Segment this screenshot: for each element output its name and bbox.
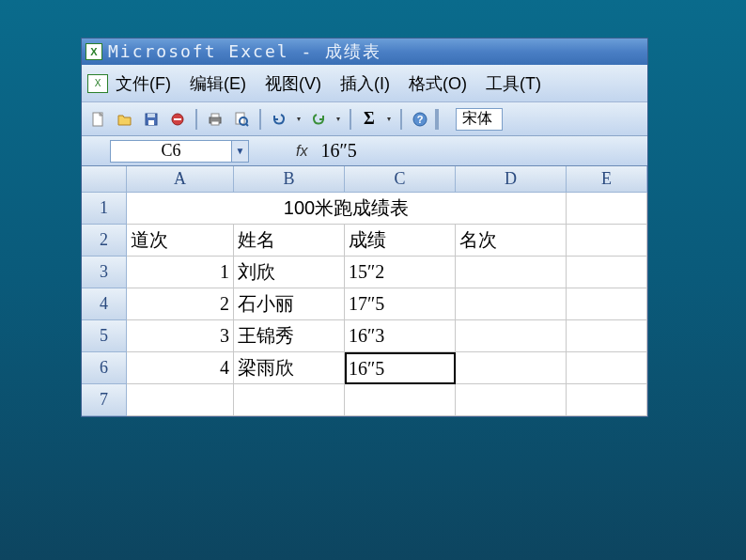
col-header-B[interactable]: B: [234, 166, 345, 193]
cell[interactable]: 姓名: [234, 225, 345, 257]
name-box[interactable]: C6: [110, 140, 232, 163]
help-icon: ?: [412, 111, 428, 128]
fx-label[interactable]: fx: [296, 143, 307, 160]
help-button[interactable]: ?: [409, 108, 431, 131]
cell[interactable]: 道次: [127, 225, 234, 257]
sheet-title-cell[interactable]: 100米跑成绩表: [127, 193, 567, 225]
autosum-dropdown[interactable]: ▾: [384, 109, 394, 130]
svg-text:?: ?: [417, 114, 424, 125]
cell[interactable]: [456, 320, 567, 352]
formula-bar: C6 ▼ fx 16″5: [82, 136, 647, 166]
toolbar-handle[interactable]: [435, 109, 439, 130]
row-header-2[interactable]: 2: [82, 225, 127, 257]
worksheet: 1 2 3 4 5 6 7 A B C D E 100米跑成绩表 道次: [82, 166, 647, 416]
row-header-1[interactable]: 1: [82, 193, 127, 225]
table-row: 3 王锦秀 16″3: [127, 320, 647, 352]
cell[interactable]: [456, 384, 567, 416]
window-title: Microsoft Excel - 成绩表: [108, 40, 381, 63]
cell[interactable]: 2: [127, 288, 234, 320]
undo-button[interactable]: [268, 108, 290, 131]
cell[interactable]: [567, 288, 647, 320]
excel-app-icon: X: [85, 43, 102, 60]
autosum-button[interactable]: Σ: [358, 108, 381, 131]
toolbar-separator: [400, 109, 402, 130]
cell[interactable]: [567, 384, 647, 416]
cell[interactable]: 梁雨欣: [234, 352, 345, 384]
formula-value[interactable]: 16″5: [320, 140, 356, 162]
cell[interactable]: 16″3: [345, 320, 456, 352]
cell[interactable]: [345, 384, 456, 416]
cell[interactable]: 成绩: [345, 225, 456, 257]
cell[interactable]: 17″5: [345, 288, 456, 320]
cell[interactable]: 石小丽: [234, 288, 345, 320]
magnifier-page-icon: [233, 111, 250, 128]
table-row: 1 刘欣 15″2: [127, 257, 647, 288]
redo-icon: [310, 111, 327, 128]
save-button[interactable]: [140, 108, 163, 131]
permission-icon: [169, 111, 186, 128]
row-header-5[interactable]: 5: [82, 320, 127, 352]
cell[interactable]: [456, 288, 567, 320]
name-box-dropdown[interactable]: ▼: [232, 140, 249, 163]
cell[interactable]: [234, 384, 345, 416]
menu-file[interactable]: 文件(F): [116, 72, 171, 95]
cell[interactable]: 王锦秀: [234, 320, 345, 352]
row-header-7[interactable]: 7: [82, 384, 127, 416]
svg-line-11: [246, 124, 248, 126]
excel-window: X Microsoft Excel - 成绩表 X 文件(F) 编辑(E) 视图…: [81, 38, 648, 417]
col-header-E[interactable]: E: [567, 166, 647, 193]
svg-rect-7: [211, 114, 219, 117]
standard-toolbar: ▾ ▾ Σ ▾ ? 宋体: [82, 102, 647, 136]
menu-insert[interactable]: 插入(I): [340, 72, 390, 95]
print-button[interactable]: [204, 108, 226, 131]
active-cell-ref: C6: [161, 141, 180, 161]
new-button[interactable]: [87, 108, 110, 131]
toolbar-separator: [259, 109, 261, 130]
folder-open-icon: [117, 111, 133, 128]
cell[interactable]: [567, 225, 647, 257]
table-row: 100米跑成绩表: [127, 193, 647, 225]
cell[interactable]: [567, 257, 647, 288]
cell[interactable]: 1: [127, 257, 234, 288]
menu-tools[interactable]: 工具(T): [486, 72, 541, 95]
menu-format[interactable]: 格式(O): [409, 72, 467, 95]
permission-button[interactable]: [166, 108, 189, 131]
table-row: 2 石小丽 17″5: [127, 288, 647, 320]
grid: A B C D E 100米跑成绩表 道次 姓名 成绩 名次 1: [127, 166, 647, 416]
undo-dropdown[interactable]: ▾: [294, 109, 303, 130]
open-button[interactable]: [114, 108, 136, 131]
excel-doc-icon[interactable]: X: [87, 74, 108, 93]
new-doc-icon: [90, 111, 107, 128]
print-preview-button[interactable]: [230, 108, 253, 131]
cell[interactable]: [567, 352, 647, 384]
table-row: 道次 姓名 成绩 名次: [127, 225, 647, 257]
menu-view[interactable]: 视图(V): [265, 72, 321, 95]
floppy-disk-icon: [143, 111, 160, 128]
title-bar: X Microsoft Excel - 成绩表: [82, 39, 647, 65]
cell[interactable]: 3: [127, 320, 234, 352]
redo-dropdown[interactable]: ▾: [334, 109, 343, 130]
font-selector[interactable]: 宋体: [456, 108, 503, 131]
cell[interactable]: 名次: [456, 225, 567, 257]
row-header-6[interactable]: 6: [82, 352, 127, 384]
active-cell[interactable]: 16″5: [345, 352, 456, 384]
row-header-3[interactable]: 3: [82, 257, 127, 288]
col-header-C[interactable]: C: [345, 166, 456, 193]
cell[interactable]: 15″2: [345, 257, 456, 288]
select-all-corner[interactable]: [82, 166, 127, 193]
cell[interactable]: 4: [127, 352, 234, 384]
col-header-A[interactable]: A: [127, 166, 234, 193]
cell[interactable]: [567, 320, 647, 352]
cell[interactable]: [127, 384, 234, 416]
row-headers: 1 2 3 4 5 6 7: [82, 166, 127, 416]
row-header-4[interactable]: 4: [82, 288, 127, 320]
font-name: 宋体: [462, 109, 492, 129]
toolbar-separator: [350, 109, 351, 130]
cell[interactable]: [456, 352, 567, 384]
cell[interactable]: [567, 193, 647, 225]
col-header-D[interactable]: D: [456, 166, 567, 193]
redo-button[interactable]: [307, 108, 330, 131]
cell[interactable]: [456, 257, 567, 288]
cell[interactable]: 刘欣: [234, 257, 345, 288]
menu-edit[interactable]: 编辑(E): [190, 72, 246, 95]
